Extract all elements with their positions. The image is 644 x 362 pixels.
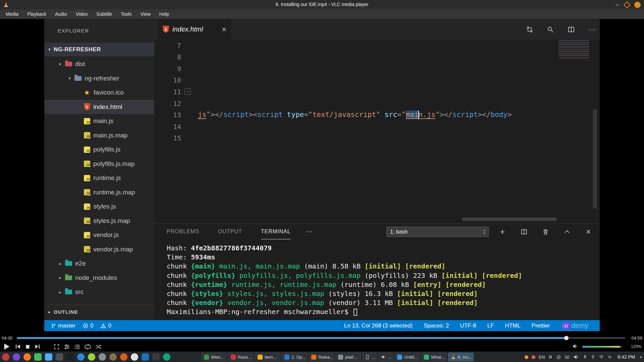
play-button[interactable] [2, 342, 11, 351]
stop-button[interactable] [25, 344, 31, 350]
gimp-icon[interactable] [109, 353, 117, 361]
vlc-titlebar[interactable]: 6. Installing our IDE.mp4 - VLC media pl… [0, 0, 644, 10]
taskbar-window-Welc[interactable]: Welc... [201, 353, 227, 361]
statusbar-right: Ln 13, Col 268 (3 selected) Spaces: 2 UT… [344, 322, 600, 329]
tree-item-runtime.js: JSruntime.js [44, 171, 154, 185]
terminal-text [478, 272, 482, 280]
next-button[interactable] [35, 344, 41, 350]
terminal-text: (main) 8.58 kB [300, 262, 365, 270]
code-token: < [253, 111, 257, 119]
media-app-icon[interactable] [13, 353, 20, 361]
menu-media[interactable]: Media [1, 9, 23, 19]
menu-video[interactable]: Video [71, 9, 92, 19]
taskbar-window-Relea[interactable]: Relea... [309, 353, 334, 361]
loop-button[interactable] [85, 344, 91, 350]
menu-view[interactable]: View [136, 9, 155, 19]
close-icon[interactable]: × [634, 2, 641, 8]
folder-teal-icon [65, 290, 72, 294]
volume-tray-icon[interactable] [573, 354, 579, 360]
screen-recorder-icon[interactable] [2, 353, 9, 361]
terminal-icon[interactable] [66, 353, 74, 361]
close-panel-button: × [584, 228, 593, 236]
code-token: > [478, 111, 482, 119]
recording-tray-icon[interactable] [532, 355, 535, 359]
terminal-line: Maximilians-MBP:ng-refresher mschwarzmue… [167, 307, 522, 316]
terminal-line: chunk {polyfills} polyfills.js, polyfill… [167, 271, 522, 280]
menu-subtitle[interactable]: Subtitle [92, 9, 116, 19]
tree-item-label: vendor.js [93, 231, 119, 239]
tree-item-favicon.ico: ★favicon.ico [44, 85, 154, 100]
app-icon [258, 355, 263, 360]
transport-controls [2, 342, 101, 351]
keyboard-tray-icon[interactable] [565, 354, 570, 360]
terminal-line: chunk {styles} styles.js, styles.js.map … [167, 289, 522, 298]
outline-label: OUTLINE [54, 309, 78, 315]
menu-tools[interactable]: Tools [116, 9, 136, 19]
pause-tray-icon[interactable] [548, 355, 553, 359]
network-activity-icon[interactable] [607, 355, 612, 359]
seek-handle[interactable] [564, 336, 569, 340]
code-token: </ [482, 111, 490, 119]
menu-audio[interactable]: Audio [51, 9, 71, 19]
terminal-text: [rendered] [445, 281, 486, 289]
maximize-icon[interactable] [624, 1, 631, 8]
minimize-icon[interactable] [615, 2, 620, 7]
firefox-tray-icon[interactable] [525, 355, 528, 359]
firefox-icon[interactable] [23, 353, 31, 361]
xorg-icon[interactable] [142, 353, 149, 361]
menu-playback[interactable]: Playback [23, 9, 51, 19]
tray-chevron-icon[interactable]: ▾ [640, 355, 642, 360]
speaker-icon[interactable] [572, 343, 578, 349]
random-button[interactable] [95, 344, 101, 350]
video-display[interactable]: EXPLORER ▾ NG-REFRESHER ▾dist▾ng-refresh… [0, 19, 644, 334]
menu-help[interactable]: Help [155, 9, 173, 19]
app-icon [204, 355, 209, 360]
skype-icon[interactable] [131, 353, 138, 361]
taskbar-window-Raze[interactable]: Raze... [228, 353, 254, 361]
opensuse-icon[interactable] [120, 353, 127, 361]
seek-slider[interactable] [17, 337, 625, 339]
tree-item-node_modules: ▸node_modules [44, 271, 154, 285]
taskbar-window-item[interactable]: item... [255, 353, 280, 361]
code-token: mai [406, 111, 419, 119]
taskbar-window-6Ins[interactable]: 6. Ins... [448, 353, 474, 361]
code-token: = [304, 111, 308, 119]
fullscreen-button[interactable] [53, 344, 60, 350]
keyboard-layout-indicator[interactable]: EN [539, 355, 545, 360]
extended-settings-button[interactable] [64, 344, 70, 350]
code-token: = [397, 111, 401, 119]
text-editor-icon[interactable] [56, 353, 63, 361]
office-icon[interactable] [88, 353, 95, 361]
telegram-icon[interactable] [163, 353, 170, 361]
settings-icon[interactable] [99, 353, 106, 361]
globe-tray-icon[interactable] [556, 355, 561, 360]
files-icon[interactable] [152, 353, 160, 361]
split-terminal-button [520, 228, 528, 236]
taskbar-window-Untitl[interactable]: Untitl... [394, 353, 420, 361]
previous-button[interactable] [15, 344, 21, 350]
system-tray: EN6:42 PM▾ [525, 352, 642, 362]
tree-item-label: vendor.js.map [93, 246, 133, 253]
volume-slider[interactable] [582, 346, 622, 348]
photos-icon[interactable] [34, 353, 42, 361]
taskbar-window-platf[interactable]: platf... [335, 353, 361, 361]
microphone-tray-icon[interactable] [583, 355, 587, 359]
formatter-name: Prettier [532, 322, 550, 329]
wifi-tray-icon[interactable] [599, 354, 604, 360]
taskbar-window-misc[interactable]: ... [362, 353, 377, 361]
terminal-text: [initial] [365, 262, 401, 270]
editor-line-13: 13js"></script><script type="text/javasc… [154, 109, 600, 121]
editor-line-14: 14 [154, 121, 600, 132]
taskbar-window-What[interactable]: What... [421, 353, 447, 361]
taskbar-window-2Op[interactable]: 2. Op... [282, 353, 307, 361]
taskbar-window-misc[interactable]: ... [378, 353, 393, 361]
mail-icon[interactable] [45, 353, 52, 361]
usb-tray-icon[interactable] [591, 355, 595, 359]
errors-count: 0 [90, 322, 93, 329]
taskbar-window-label: What... [431, 355, 445, 360]
terminal-text [227, 281, 231, 289]
tab-label: index.html [172, 25, 203, 33]
chromium-icon[interactable] [77, 353, 85, 361]
playlist-button[interactable] [74, 344, 80, 350]
terminal-line: chunk {main} main.js, main.js.map (main)… [167, 262, 522, 271]
